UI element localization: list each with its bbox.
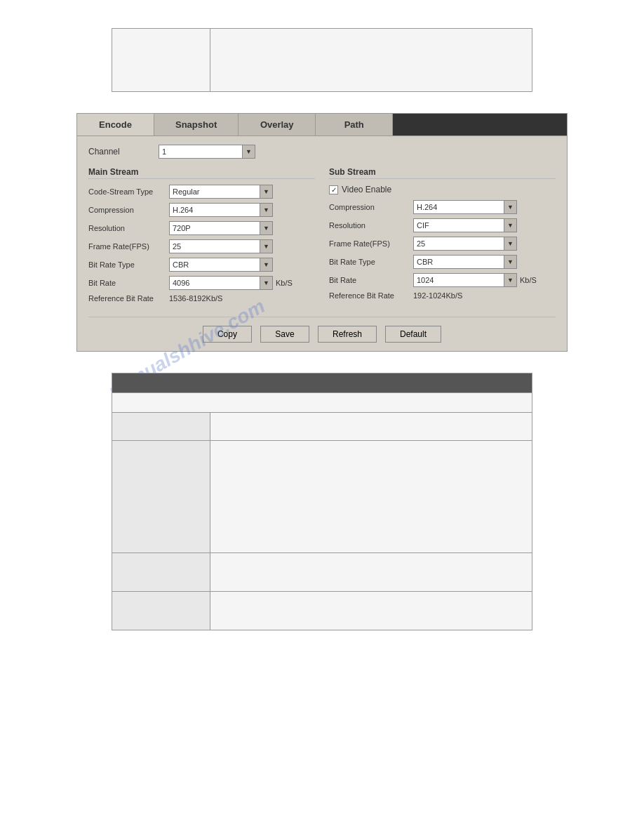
bottom-table-row5-left xyxy=(112,592,210,630)
bottom-table-row3-right xyxy=(210,441,532,553)
main-bitrate-label: Bit Rate xyxy=(88,279,169,287)
bottom-table xyxy=(112,373,532,630)
main-stream-section: Main Stream Code-Stream Type Regular ▼ xyxy=(88,167,315,307)
bottom-table-row1 xyxy=(112,393,532,413)
tab-encode[interactable]: Encode xyxy=(77,114,154,135)
main-stream-header: Main Stream xyxy=(88,167,315,179)
main-refbitrate-label: Reference Bit Rate xyxy=(88,294,169,303)
sub-compression-value: H.264 ▼ xyxy=(413,200,517,214)
bottom-table-row4-right xyxy=(210,553,532,592)
sub-bitrate-row: Bit Rate 1024 ▼ Kb/S xyxy=(329,273,556,287)
main-bitratetype-row: Bit Rate Type CBR ▼ xyxy=(88,258,315,272)
main-refbitrate-value: 1536-8192Kb/S xyxy=(169,294,222,303)
sub-compression-label: Compression xyxy=(329,203,413,211)
sub-resolution-arrow[interactable]: ▼ xyxy=(504,218,517,232)
save-button[interactable]: Save xyxy=(260,326,309,343)
sub-framerate-label: Frame Rate(FPS) xyxy=(329,239,413,248)
sub-bitratetype-value: CBR ▼ xyxy=(413,255,517,269)
sub-bitrate-value: 1024 ▼ Kb/S xyxy=(413,273,537,287)
channel-label: Channel xyxy=(88,147,159,157)
tab-path[interactable]: Path xyxy=(316,114,393,135)
refresh-button[interactable]: Refresh xyxy=(318,326,377,343)
main-code-stream-select[interactable]: Regular xyxy=(169,185,260,199)
main-bitratetype-value: CBR ▼ xyxy=(169,258,273,272)
sub-bitrate-arrow[interactable]: ▼ xyxy=(504,273,517,287)
sub-resolution-select[interactable]: CIF xyxy=(413,218,504,232)
video-enable-checkbox[interactable]: ✓ xyxy=(329,185,338,194)
top-table-right xyxy=(210,29,532,92)
channel-select: 1 ▼ xyxy=(159,145,255,159)
default-button[interactable]: Default xyxy=(385,326,441,343)
main-bitrate-select[interactable]: 4096 xyxy=(169,276,260,290)
main-bitrate-row: Bit Rate 4096 ▼ Kb/S xyxy=(88,276,315,290)
main-bitrate-value: 4096 ▼ Kb/S xyxy=(169,276,293,290)
main-compression-row: Compression H.264 ▼ xyxy=(88,203,315,217)
main-resolution-arrow[interactable]: ▼ xyxy=(260,221,273,235)
main-resolution-row: Resolution 720P ▼ xyxy=(88,221,315,235)
main-framerate-value: 25 ▼ xyxy=(169,239,273,253)
video-enable-label: Video Enable xyxy=(342,185,391,194)
tab-bar: Encode Snapshot Overlay Path xyxy=(77,114,567,136)
streams-container: Main Stream Code-Stream Type Regular ▼ xyxy=(88,167,556,307)
sub-bitratetype-label: Bit Rate Type xyxy=(329,258,413,266)
main-compression-value: H.264 ▼ xyxy=(169,203,273,217)
main-framerate-arrow[interactable]: ▼ xyxy=(260,239,273,253)
main-resolution-value: 720P ▼ xyxy=(169,221,273,235)
channel-select-arrow[interactable]: ▼ xyxy=(243,145,255,159)
main-resolution-label: Resolution xyxy=(88,224,169,232)
sub-framerate-arrow[interactable]: ▼ xyxy=(504,237,517,251)
top-table xyxy=(112,28,532,92)
main-bitratetype-label: Bit Rate Type xyxy=(88,260,169,269)
sub-framerate-select[interactable]: 25 xyxy=(413,237,504,251)
main-compression-label: Compression xyxy=(88,206,169,214)
panel-content: Channel 1 ▼ Main Stream Code-Stream Type xyxy=(77,136,567,351)
tab-snapshot[interactable]: Snapshot xyxy=(154,114,239,135)
main-code-stream-row: Code-Stream Type Regular ▼ xyxy=(88,185,315,199)
copy-button[interactable]: Copy xyxy=(203,326,252,343)
sub-refbitrate-value: 192-1024Kb/S xyxy=(413,291,462,300)
main-compression-select[interactable]: H.264 xyxy=(169,203,260,217)
sub-stream-section: Sub Stream ✓ Video Enable Compression H.… xyxy=(329,167,556,307)
bottom-table-row2-right xyxy=(210,413,532,441)
main-bitratetype-select[interactable]: CBR xyxy=(169,258,260,272)
main-framerate-label: Frame Rate(FPS) xyxy=(88,242,169,251)
video-enable-row: ✓ Video Enable xyxy=(329,185,556,194)
main-code-stream-arrow[interactable]: ▼ xyxy=(260,185,273,199)
sub-compression-arrow[interactable]: ▼ xyxy=(504,200,517,214)
sub-compression-select[interactable]: H.264 xyxy=(413,200,504,214)
sub-bitrate-label: Bit Rate xyxy=(329,276,413,284)
sub-refbitrate-label: Reference Bit Rate xyxy=(329,291,413,300)
main-bitratetype-arrow[interactable]: ▼ xyxy=(260,258,273,272)
main-code-stream-value: Regular ▼ xyxy=(169,185,273,199)
sub-bitrate-unit: Kb/S xyxy=(520,276,537,284)
bottom-table-row5-right xyxy=(210,592,532,630)
buttons-row: Copy Save Refresh Default xyxy=(88,317,556,343)
sub-resolution-label: Resolution xyxy=(329,221,413,230)
main-framerate-row: Frame Rate(FPS) 25 ▼ xyxy=(88,239,315,253)
sub-framerate-value: 25 ▼ xyxy=(413,237,517,251)
main-framerate-select[interactable]: 25 xyxy=(169,239,260,253)
main-bitrate-arrow[interactable]: ▼ xyxy=(260,276,273,290)
sub-bitratetype-select[interactable]: CBR xyxy=(413,255,504,269)
encode-panel: Encode Snapshot Overlay Path Channel 1 xyxy=(76,113,568,352)
sub-stream-header: Sub Stream xyxy=(329,167,556,179)
top-table-left xyxy=(112,29,210,92)
main-compression-arrow[interactable]: ▼ xyxy=(260,203,273,217)
sub-compression-row: Compression H.264 ▼ xyxy=(329,200,556,214)
main-refbitrate-row: Reference Bit Rate 1536-8192Kb/S xyxy=(88,294,315,303)
channel-select-box[interactable]: 1 xyxy=(159,145,243,159)
main-resolution-select[interactable]: 720P xyxy=(169,221,260,235)
bottom-table-row2-left xyxy=(112,413,210,441)
tab-overlay[interactable]: Overlay xyxy=(239,114,316,135)
channel-row: Channel 1 ▼ xyxy=(88,145,556,159)
sub-refbitrate-row: Reference Bit Rate 192-1024Kb/S xyxy=(329,291,556,300)
sub-resolution-value: CIF ▼ xyxy=(413,218,517,232)
sub-bitrate-select[interactable]: 1024 xyxy=(413,273,504,287)
sub-bitratetype-row: Bit Rate Type CBR ▼ xyxy=(329,255,556,269)
sub-resolution-row: Resolution CIF ▼ xyxy=(329,218,556,232)
bottom-table-row3-left xyxy=(112,441,210,553)
bottom-table-header xyxy=(112,373,532,393)
sub-bitratetype-arrow[interactable]: ▼ xyxy=(504,255,517,269)
main-bitrate-unit: Kb/S xyxy=(276,279,293,287)
main-code-stream-label: Code-Stream Type xyxy=(88,187,169,196)
